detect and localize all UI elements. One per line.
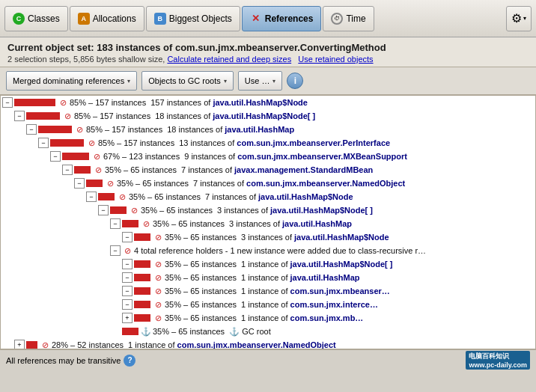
warn-icon: ⊘ bbox=[153, 299, 163, 310]
use-dropdown[interactable]: Use … ▾ bbox=[238, 71, 283, 91]
expand-icon[interactable]: + bbox=[122, 313, 133, 323]
warn-icon: ⊘ bbox=[141, 218, 151, 229]
tab-time-label: Time bbox=[346, 13, 365, 24]
table-row[interactable]: − ⊘ 35% – 65 instances 7 instances of ja… bbox=[1, 190, 535, 203]
toolbar: C Classes A Allocations B Biggest Object… bbox=[0, 0, 536, 37]
expand-icon[interactable]: − bbox=[62, 165, 73, 175]
tab-allocations[interactable]: A Allocations bbox=[70, 6, 144, 31]
table-row[interactable]: − ⊘ 67% – 123 instances 9 instances of c… bbox=[1, 150, 535, 163]
percentage-bar bbox=[122, 220, 138, 227]
expand-icon[interactable]: − bbox=[110, 218, 121, 229]
row-text: 35% – 65 instances 1 instance of com.sun… bbox=[165, 285, 390, 297]
tab-references[interactable]: ✕ References bbox=[242, 6, 322, 31]
table-row[interactable]: − ⊘ 35% – 65 instances 7 instances of ja… bbox=[1, 163, 535, 177]
expand-icon[interactable]: − bbox=[38, 138, 49, 148]
info-area: Current object set: 183 instances of com… bbox=[0, 37, 536, 67]
expand-icon[interactable]: − bbox=[122, 272, 133, 283]
percentage-bar bbox=[122, 328, 138, 335]
warn-icon: ⊘ bbox=[105, 178, 115, 189]
tab-biggest-label: Biggest Objects bbox=[169, 13, 232, 24]
warn-icon: ⊘ bbox=[129, 205, 139, 215]
expand-icon[interactable]: − bbox=[2, 97, 13, 108]
row-text: 35% – 65 instances 1 instance of com.sun… bbox=[165, 298, 378, 310]
percentage-bar bbox=[134, 314, 150, 322]
watermark-box: 电脑百科知识 www.pc-daily.com bbox=[466, 351, 530, 370]
classes-icon: C bbox=[13, 13, 25, 25]
merged-dominating-dropdown[interactable]: Merged dominating references ▾ bbox=[6, 71, 137, 91]
calculate-retained-link[interactable]: Calculate retained and deep sizes bbox=[167, 55, 291, 64]
gc-roots-label: Objects to GC roots bbox=[148, 76, 221, 85]
warn-icon: ⊘ bbox=[117, 192, 127, 202]
expand-icon[interactable]: + bbox=[14, 340, 25, 349]
warn-icon: ⊘ bbox=[58, 97, 68, 108]
tab-time[interactable]: ⏱ Time bbox=[323, 6, 374, 31]
tab-biggest[interactable]: B Biggest Objects bbox=[146, 6, 240, 31]
expand-icon[interactable]: − bbox=[122, 232, 133, 242]
expand-icon[interactable]: − bbox=[50, 151, 61, 162]
expand-icon[interactable]: − bbox=[86, 192, 97, 202]
expand-icon[interactable]: − bbox=[122, 286, 133, 296]
table-row[interactable]: ⚓ 35% – 65 instances ⚓ GC root bbox=[1, 325, 535, 338]
tree-view[interactable]: − ⊘ 85% – 157 instances 157 instances of… bbox=[0, 95, 536, 349]
percentage-bar bbox=[134, 274, 150, 281]
expand-icon[interactable]: − bbox=[26, 124, 37, 135]
tab-classes[interactable]: C Classes bbox=[4, 6, 68, 31]
tab-classes-label: Classes bbox=[28, 13, 60, 24]
percentage-bar bbox=[134, 233, 150, 241]
table-row[interactable]: − ⊘ 85% – 157 instances 13 instances of … bbox=[1, 136, 535, 150]
chevron-down-icon-2: ▾ bbox=[224, 78, 227, 85]
info-sub: 2 selection steps, 5,856 bytes shallow s… bbox=[7, 55, 529, 64]
table-row[interactable]: − ⊘ 35% – 65 instances 1 instance of jav… bbox=[1, 257, 535, 271]
expand-icon[interactable]: − bbox=[110, 245, 121, 256]
row-text: 35% – 65 instances 3 instances of java.u… bbox=[153, 218, 352, 230]
tab-allocations-label: Allocations bbox=[93, 13, 136, 24]
row-text: 85% – 157 instances 13 instances of com.… bbox=[98, 137, 390, 149]
expand-icon[interactable]: − bbox=[122, 259, 133, 269]
warn-icon: ⊘ bbox=[153, 259, 163, 269]
row-text: 35% – 65 instances 1 instance of com.sun… bbox=[165, 312, 363, 324]
row-text: 85% – 157 instances 157 instances of jav… bbox=[70, 97, 308, 108]
controls-bar: Merged dominating references ▾ Objects t… bbox=[0, 67, 536, 95]
table-row[interactable]: − ⊘ 35% – 65 instances 1 instance of jav… bbox=[1, 271, 535, 284]
warn-icon: ⊘ bbox=[153, 313, 163, 323]
table-row[interactable]: − ⊘ 85% – 157 instances 18 instances of … bbox=[1, 123, 535, 136]
table-row[interactable]: − ⊘ 35% – 65 instances 3 instances of ja… bbox=[1, 217, 535, 230]
table-row[interactable]: − ⊘ 35% – 65 instances 3 instances of ja… bbox=[1, 203, 535, 217]
table-row[interactable]: + ⊘ 35% – 65 instances 1 instance of com… bbox=[1, 311, 535, 325]
percentage-bar bbox=[26, 341, 37, 349]
row-text: 35% – 65 instances 3 instances of java.u… bbox=[165, 231, 389, 243]
expand-icon[interactable]: − bbox=[98, 205, 109, 215]
watermark-line2: www.pc-daily.com bbox=[469, 361, 527, 369]
settings-button[interactable]: ⚙ ▾ bbox=[506, 6, 532, 31]
table-row[interactable]: − ⊘ 35% – 65 instances 3 instances of ja… bbox=[1, 230, 535, 244]
table-row[interactable]: − ⊘ 4 total reference holders - 1 new in… bbox=[1, 244, 535, 257]
percentage-bar bbox=[98, 193, 115, 200]
info-button[interactable]: i bbox=[287, 73, 303, 89]
use-retained-link[interactable]: Use retained objects bbox=[298, 55, 373, 64]
watermark-line1: 电脑百科知识 bbox=[469, 352, 527, 361]
table-row[interactable]: − ⊘ 85% – 157 instances 18 instances of … bbox=[1, 109, 535, 123]
anchor-icon: ⚓ bbox=[141, 326, 151, 337]
table-row[interactable]: − ⊘ 35% – 65 instances 7 instances of co… bbox=[1, 177, 535, 190]
table-row[interactable]: − ⊘ 35% – 65 instances 1 instance of com… bbox=[1, 298, 535, 311]
percentage-bar bbox=[86, 180, 103, 187]
percentage-bar bbox=[134, 301, 150, 308]
table-row[interactable]: − ⊘ 85% – 157 instances 157 instances of… bbox=[1, 96, 535, 109]
help-button[interactable]: ? bbox=[124, 355, 135, 367]
table-row[interactable]: + ⊘ 28% – 52 instances 1 instance of com… bbox=[1, 338, 535, 349]
percentage-bar bbox=[14, 99, 55, 106]
row-text: 4 total reference holders - 1 new instan… bbox=[134, 245, 426, 257]
table-row[interactable]: − ⊘ 35% – 65 instances 1 instance of com… bbox=[1, 284, 535, 298]
gc-roots-dropdown[interactable]: Objects to GC roots ▾ bbox=[141, 71, 234, 91]
use-label: Use … bbox=[245, 76, 270, 85]
row-text: 85% – 157 instances 18 instances of java… bbox=[74, 110, 315, 122]
row-text: 67% – 123 instances 9 instances of com.s… bbox=[103, 150, 407, 162]
time-icon: ⏱ bbox=[331, 13, 343, 25]
expand-icon[interactable]: − bbox=[74, 178, 85, 189]
expand-icon[interactable]: − bbox=[14, 111, 25, 121]
warn-icon: ⊘ bbox=[74, 124, 85, 135]
status-text: All references may be transitive bbox=[6, 356, 121, 365]
row-text: 35% – 65 instances 1 instance of java.ut… bbox=[165, 272, 359, 284]
expand-icon[interactable]: − bbox=[122, 299, 133, 310]
info-title: Current object set: 183 instances of com… bbox=[7, 42, 529, 53]
